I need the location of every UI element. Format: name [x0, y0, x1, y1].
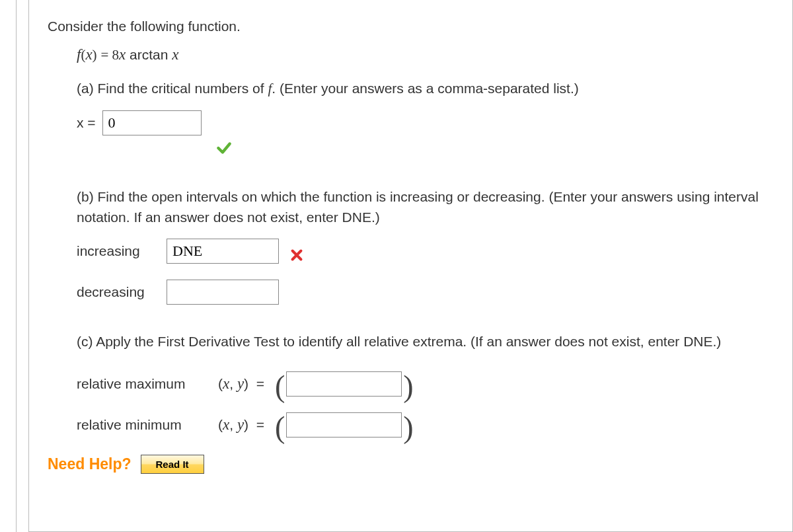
relmin-label: relative minimum	[77, 417, 202, 433]
increasing-label: increasing	[77, 243, 149, 259]
relmax-input[interactable]	[286, 371, 402, 397]
part-a-text: (a) Find the critical numbers of f. (Ent…	[77, 78, 792, 100]
decreasing-input[interactable]	[167, 280, 279, 305]
part-b-text: (b) Find the open intervals on which the…	[77, 186, 792, 228]
increasing-input[interactable]	[167, 239, 279, 264]
decreasing-label: decreasing	[77, 284, 149, 300]
check-icon	[215, 139, 233, 160]
function-definition: f(x) = 8x arctan x	[77, 46, 792, 63]
prompt-text: Consider the following function.	[48, 19, 792, 34]
relmax-label: relative maximum	[77, 376, 202, 392]
read-it-button[interactable]: Read It	[141, 455, 204, 474]
xy-label-min: (x, y) =	[218, 416, 268, 434]
need-help-label: Need Help?	[48, 455, 132, 473]
x-icon	[289, 248, 304, 266]
part-a-input[interactable]	[102, 110, 202, 135]
question-container: Consider the following function. f(x) = …	[28, 0, 793, 532]
part-a-label: x =	[77, 115, 96, 131]
part-c-text: (c) Apply the First Derivative Test to i…	[77, 331, 792, 352]
relmin-input[interactable]	[286, 412, 402, 437]
xy-label-max: (x, y) =	[218, 375, 268, 393]
